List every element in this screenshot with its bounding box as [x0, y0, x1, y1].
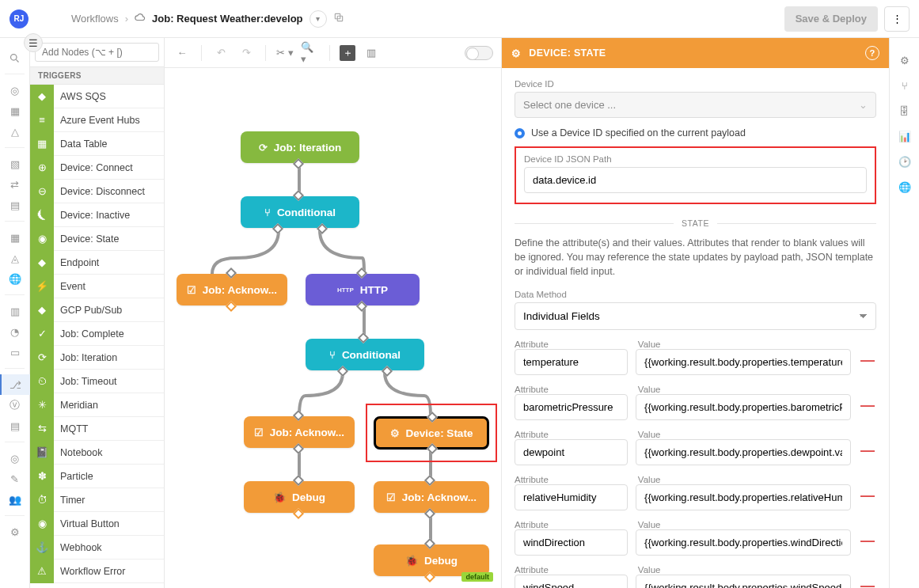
node-job-ack-1[interactable]: ☑Job: Acknow...: [177, 274, 287, 305]
node-job-ack-3[interactable]: ☑Job: Acknow...: [374, 481, 489, 513]
collapse-sidebar-button[interactable]: ☰: [24, 33, 43, 52]
back-icon[interactable]: ←: [173, 44, 192, 63]
value-input[interactable]: [636, 394, 851, 420]
trigger-item[interactable]: ▦Data Table: [30, 132, 164, 156]
node-job-ack-2[interactable]: ☑Job: Acknow...: [244, 416, 355, 448]
device-id-select[interactable]: Select one device ... ⌄: [515, 92, 876, 118]
globe-icon[interactable]: 🌐: [890, 174, 920, 199]
rail-flow-icon[interactable]: ⇄: [0, 174, 30, 195]
trigger-item[interactable]: ◉Virtual Button: [30, 512, 164, 536]
node-conditional-1[interactable]: ⑂Conditional: [241, 196, 359, 228]
rail-lab-icon[interactable]: ◎: [0, 448, 30, 469]
clock-icon[interactable]: 🕑: [890, 149, 920, 174]
node-debug-1[interactable]: 🐞Debug: [244, 481, 355, 513]
rail-layers-icon[interactable]: ▤: [0, 195, 30, 215]
attribute-input[interactable]: [515, 439, 628, 465]
help-icon[interactable]: ?: [865, 46, 879, 60]
attribute-input[interactable]: [515, 575, 628, 588]
add-icon[interactable]: ＋: [340, 45, 355, 61]
remove-row-button[interactable]: —: [859, 442, 876, 465]
rail-table-icon[interactable]: ▦: [0, 227, 30, 248]
trigger-item[interactable]: ◆GCP Pub/Sub: [30, 298, 164, 322]
trigger-item[interactable]: ⚡Event: [30, 275, 164, 298]
trigger-item[interactable]: ⏲Job: Timeout: [30, 370, 164, 393]
trigger-item[interactable]: ◆AWS SQS: [30, 85, 164, 108]
rail-compass-icon[interactable]: ◔: [0, 321, 30, 342]
minimap-icon[interactable]: ▥: [362, 44, 381, 63]
redo-icon[interactable]: ↷: [237, 44, 256, 63]
settings-icon[interactable]: ⚙: [890, 47, 920, 73]
trigger-item[interactable]: ◆Endpoint: [30, 251, 164, 275]
metrics-icon[interactable]: 📊: [890, 123, 920, 149]
trigger-item[interactable]: ✓Job: Complete: [30, 322, 164, 346]
attribute-row: —: [515, 394, 876, 420]
cut-icon[interactable]: ✂ ▾: [275, 44, 294, 63]
data-method-select[interactable]: Individual Fields: [515, 302, 876, 330]
value-input[interactable]: [636, 484, 851, 510]
node-device-state[interactable]: ⚙Device: State: [374, 416, 489, 450]
value-input[interactable]: [636, 575, 851, 588]
trigger-item[interactable]: ⚠Workflow Error: [30, 560, 164, 583]
remove-row-button[interactable]: —: [859, 533, 876, 556]
attribute-input[interactable]: [515, 529, 628, 556]
value-input[interactable]: [636, 349, 851, 375]
trigger-icon: ⏲: [30, 370, 54, 393]
remove-row-button[interactable]: —: [859, 397, 876, 420]
rail-users-icon[interactable]: 👥: [0, 489, 30, 510]
workflow-canvas[interactable]: ⟳Job: Iteration ⑂Conditional ☑Job: Ackno…: [165, 68, 501, 588]
user-avatar[interactable]: RJ: [9, 9, 28, 28]
trigger-item[interactable]: ⚓Webhook: [30, 536, 164, 560]
remove-row-button[interactable]: —: [859, 578, 876, 588]
rail-wand-icon[interactable]: ✎: [0, 469, 30, 489]
remove-row-button[interactable]: —: [859, 487, 876, 510]
rail-globe-icon[interactable]: 🌐: [0, 268, 30, 289]
rail-components-icon[interactable]: ▦: [0, 101, 30, 121]
trigger-item[interactable]: ⟳Job: Iteration: [30, 346, 164, 370]
trigger-item[interactable]: ✳Meridian: [30, 393, 164, 417]
rail-storage-icon[interactable]: ▤: [0, 415, 30, 436]
node-debug-2[interactable]: 🐞Debug: [374, 544, 489, 576]
node-conditional-2[interactable]: ⑂Conditional: [306, 339, 424, 370]
zoom-icon[interactable]: 🔍 ▾: [301, 44, 320, 63]
rail-version-icon[interactable]: ⓥ: [0, 395, 30, 415]
add-nodes-input[interactable]: [35, 43, 159, 62]
copy-icon[interactable]: [333, 12, 344, 25]
json-path-input[interactable]: [524, 167, 867, 193]
rail-alert-icon[interactable]: △: [0, 121, 30, 142]
node-job-iteration[interactable]: ⟳Job: Iteration: [241, 131, 359, 163]
attribute-input[interactable]: [515, 349, 628, 375]
remove-row-button[interactable]: —: [859, 352, 876, 375]
rail-notebook-icon[interactable]: ▭: [0, 342, 30, 362]
rail-cpu-icon[interactable]: ▧: [0, 154, 30, 174]
use-payload-radio[interactable]: Use a Device ID specified on the current…: [515, 127, 876, 138]
undo-icon[interactable]: ↶: [211, 44, 230, 63]
more-button[interactable]: ⋮: [884, 6, 910, 32]
node-http[interactable]: HTTPHTTP: [306, 274, 420, 305]
git-branch-icon[interactable]: ⑂: [890, 73, 920, 98]
trigger-item[interactable]: ⇆MQTT: [30, 417, 164, 441]
value-input[interactable]: [636, 439, 851, 465]
trigger-item[interactable]: ⊖Device: Disconnect: [30, 180, 164, 203]
breadcrumb-root[interactable]: Workflows: [71, 13, 119, 25]
trigger-item[interactable]: ⏱Timer: [30, 488, 164, 512]
search-icon[interactable]: [0, 47, 30, 68]
rail-gauge-icon[interactable]: ◎: [0, 80, 30, 101]
trigger-item[interactable]: ⏾Device: Inactive: [30, 203, 164, 227]
save-deploy-button[interactable]: Save & Deploy: [784, 6, 878, 32]
rail-settings-icon[interactable]: ⚙: [0, 522, 30, 542]
trigger-item[interactable]: ⊕Device: Connect: [30, 156, 164, 180]
branch-dropdown[interactable]: ▾: [309, 10, 327, 28]
trigger-item[interactable]: ✽Particle: [30, 465, 164, 488]
trigger-item[interactable]: ◉Device: State: [30, 227, 164, 251]
trigger-icon: ⊖: [30, 180, 54, 203]
rail-explore-icon[interactable]: ◬: [0, 248, 30, 268]
attribute-input[interactable]: [515, 394, 628, 420]
attribute-input[interactable]: [515, 484, 628, 510]
database-icon[interactable]: 🗄: [890, 98, 920, 123]
toggle-switch[interactable]: [465, 46, 493, 60]
value-input[interactable]: [636, 529, 851, 556]
rail-workflow-icon[interactable]: ⎇: [0, 374, 30, 395]
trigger-item[interactable]: ≡Azure Event Hubs: [30, 108, 164, 132]
rail-calc-icon[interactable]: ▥: [0, 301, 30, 321]
trigger-item[interactable]: 📓Notebook: [30, 441, 164, 465]
